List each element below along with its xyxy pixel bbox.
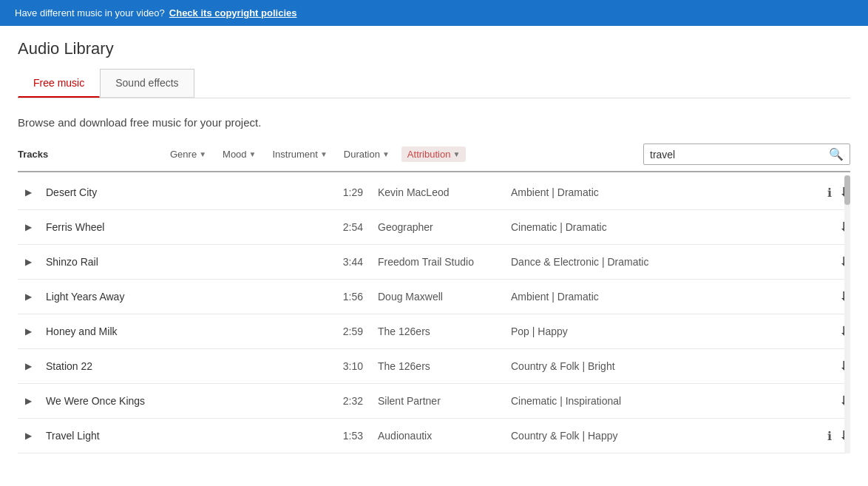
top-banner: Have different music in your video? Chec…	[0, 0, 868, 26]
track-name: Light Years Away	[38, 291, 333, 303]
track-artist: Silent Partner	[378, 395, 511, 407]
track-artist: The 126ers	[378, 325, 511, 337]
genre-filter[interactable]: Genre ▼	[166, 147, 211, 161]
track-row: ▶ Travel Light 1:53 Audionautix Country …	[18, 419, 850, 453]
track-duration: 2:32	[333, 395, 378, 407]
track-actions: ⬇	[799, 219, 850, 235]
genre-arrow-icon: ▼	[199, 150, 206, 158]
banner-message: Have different music in your video?	[15, 7, 165, 18]
track-artist: Doug Maxwell	[378, 291, 511, 303]
track-row: ▶ Honey and Milk 2:59 The 126ers Pop | H…	[18, 314, 850, 349]
track-genre: Cinematic | Inspirational	[511, 395, 799, 407]
track-duration: 2:54	[333, 221, 378, 233]
instrument-arrow-icon: ▼	[320, 150, 328, 158]
track-genre: Country & Folk | Happy	[511, 430, 799, 442]
play-button[interactable]: ▶	[18, 396, 38, 406]
page-subtitle: Browse and download free music for your …	[18, 116, 850, 129]
track-actions: ⬇	[799, 358, 850, 374]
track-genre: Dance & Electronic | Dramatic	[511, 256, 799, 268]
instrument-filter[interactable]: Instrument ▼	[268, 147, 331, 161]
tabs-container: Free music Sound effects	[18, 69, 850, 98]
tracks-label: Tracks	[18, 149, 166, 160]
track-actions: ℹ ⬇	[799, 428, 850, 444]
filter-buttons: Genre ▼ Mood ▼ Instrument ▼ Duration ▼ A…	[166, 146, 643, 162]
filters-row: Tracks Genre ▼ Mood ▼ Instrument ▼ Durat…	[18, 144, 850, 172]
track-actions: ⬇	[799, 393, 850, 409]
track-duration: 1:29	[333, 186, 378, 198]
duration-arrow-icon: ▼	[382, 150, 390, 158]
track-genre: Ambient | Dramatic	[511, 291, 799, 303]
track-duration: 2:59	[333, 325, 378, 337]
track-artist: Audionautix	[378, 430, 511, 442]
track-actions: ⬇	[799, 288, 850, 305]
attribution-arrow-icon: ▼	[452, 150, 460, 158]
track-row: ▶ Station 22 3:10 The 126ers Country & F…	[18, 349, 850, 384]
play-button[interactable]: ▶	[18, 222, 38, 232]
duration-filter[interactable]: Duration ▼	[339, 147, 394, 161]
play-button[interactable]: ▶	[18, 257, 38, 267]
play-button[interactable]: ▶	[18, 291, 38, 302]
page-title: Audio Library	[18, 39, 850, 58]
track-name: Desert City	[38, 186, 333, 198]
track-artist: Kevin MacLeod	[378, 186, 511, 198]
track-name: Station 22	[38, 360, 333, 372]
track-genre: Ambient | Dramatic	[511, 186, 799, 198]
mood-filter[interactable]: Mood ▼	[218, 147, 260, 161]
track-artist: Geographer	[378, 221, 511, 233]
track-duration: 1:56	[333, 291, 378, 303]
track-name: Shinzo Rail	[38, 256, 333, 268]
track-duration: 3:10	[333, 360, 378, 372]
tab-free-music[interactable]: Free music	[18, 69, 100, 98]
search-input[interactable]	[650, 149, 829, 161]
track-actions: ⬇	[799, 254, 850, 270]
track-duration: 1:53	[333, 430, 378, 442]
track-duration: 3:44	[333, 256, 378, 268]
mood-arrow-icon: ▼	[249, 150, 257, 158]
play-button[interactable]: ▶	[18, 361, 38, 371]
track-name: Travel Light	[38, 430, 333, 442]
track-row: ▶ We Were Once Kings 2:32 Silent Partner…	[18, 384, 850, 419]
info-icon[interactable]: ℹ	[827, 429, 832, 443]
track-actions: ⬇	[799, 323, 850, 340]
search-box: 🔍	[643, 144, 850, 165]
banner-link[interactable]: Check its copyright policies	[169, 7, 297, 18]
track-genre: Cinematic | Dramatic	[511, 221, 799, 233]
track-name: We Were Once Kings	[38, 395, 333, 407]
track-name: Ferris Wheel	[38, 221, 333, 233]
track-artist: The 126ers	[378, 360, 511, 372]
track-artist: Freedom Trail Studio	[378, 256, 511, 268]
track-row: ▶ Ferris Wheel 2:54 Geographer Cinematic…	[18, 210, 850, 245]
search-button[interactable]: 🔍	[829, 147, 844, 161]
info-icon[interactable]: ℹ	[827, 186, 832, 200]
track-row: ▶ Shinzo Rail 3:44 Freedom Trail Studio …	[18, 245, 850, 280]
track-genre: Country & Folk | Bright	[511, 360, 799, 372]
play-button[interactable]: ▶	[18, 431, 38, 441]
track-genre: Pop | Happy	[511, 325, 799, 337]
track-row: ▶ Light Years Away 1:56 Doug Maxwell Amb…	[18, 280, 850, 314]
play-button[interactable]: ▶	[18, 187, 38, 198]
attribution-filter[interactable]: Attribution ▼	[401, 146, 466, 162]
track-name: Honey and Milk	[38, 325, 333, 337]
track-actions: ℹ ⬇	[799, 184, 850, 200]
tab-sound-effects[interactable]: Sound effects	[100, 69, 194, 98]
track-list: ▶ Desert City 1:29 Kevin MacLeod Ambient…	[18, 175, 850, 453]
play-button[interactable]: ▶	[18, 326, 38, 337]
track-row: ▶ Desert City 1:29 Kevin MacLeod Ambient…	[18, 175, 850, 210]
